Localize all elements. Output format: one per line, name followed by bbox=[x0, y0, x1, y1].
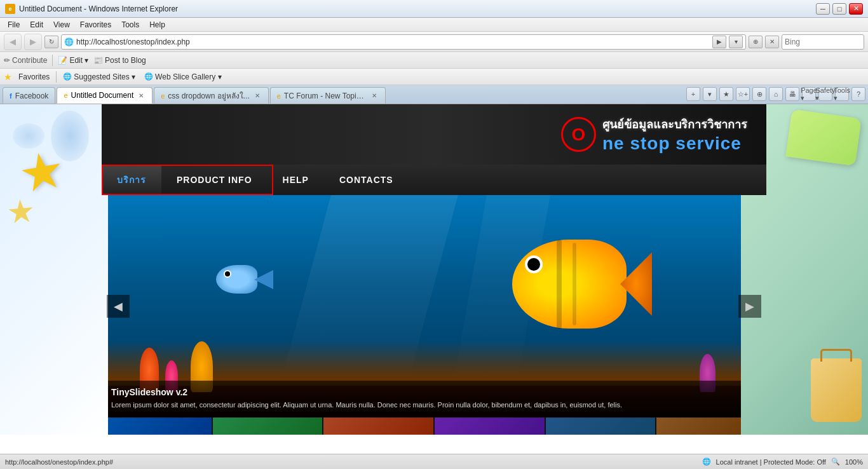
favorites-center-button[interactable]: ★ bbox=[719, 87, 733, 101]
left-decoration: ★ ★ bbox=[0, 104, 108, 435]
menu-file[interactable]: File bbox=[3, 19, 25, 31]
edit-dropdown-arrow: ▾ bbox=[85, 56, 88, 65]
site-slider: ◀ ▶ TinySlideshow v.2 Lorem ipsum dolor … bbox=[102, 195, 766, 418]
edit-label: Edit bbox=[69, 56, 83, 65]
zone-text: Local intranet | Protected Mode: Off bbox=[716, 458, 826, 466]
tools-button[interactable]: Tools ▾ bbox=[835, 87, 849, 101]
address-dropdown-button[interactable]: ▾ bbox=[729, 36, 743, 48]
tab-list-button[interactable]: ▾ bbox=[703, 87, 717, 101]
nav-help-label: HELP bbox=[283, 175, 309, 185]
favorites-bar: ★ Favorites 🌐 Suggested Sites ▾ 🌐 Web Sl… bbox=[0, 69, 868, 85]
contribute-icon: ✏ bbox=[4, 56, 10, 65]
favorites-label: Favorites bbox=[18, 72, 50, 81]
suggested-icon: 🌐 bbox=[63, 72, 72, 81]
menu-edit[interactable]: Edit bbox=[25, 19, 48, 31]
tab-css-dropdown[interactable]: e css dropdown อยู่หลังใ... ✕ bbox=[154, 87, 269, 104]
address-favicon: 🌐 bbox=[64, 37, 74, 46]
zone-icon: 🌐 bbox=[702, 458, 711, 466]
stop-button[interactable]: ✕ bbox=[765, 36, 779, 48]
tab-untitled[interactable]: e Untitled Document ✕ bbox=[57, 87, 153, 104]
home-button[interactable]: ⌂ bbox=[769, 87, 783, 101]
slider-next-button[interactable]: ▶ bbox=[738, 295, 761, 318]
menu-bar: File Edit View Favorites Tools Help bbox=[0, 18, 868, 32]
ie-icon: e bbox=[5, 4, 15, 14]
minimize-button[interactable]: ─ bbox=[816, 3, 830, 15]
thumb-5[interactable] bbox=[546, 418, 656, 435]
favorites-star-icon: ★ bbox=[4, 72, 12, 82]
tab-untitled-close[interactable]: ✕ bbox=[137, 91, 146, 100]
zoom-icon: 🔍 bbox=[831, 458, 840, 466]
title-bar-left: e Untitled Document - Windows Internet E… bbox=[5, 4, 178, 14]
nav-item-contacts[interactable]: CONTACTS bbox=[324, 165, 409, 195]
post-to-blog-button[interactable]: 📰 Post to Blog bbox=[93, 56, 146, 65]
address-input[interactable]: http://localhost/onestop/index.php bbox=[76, 37, 710, 46]
search-bar: 🔍 ▾ bbox=[782, 34, 864, 50]
address-go-button[interactable]: ▶ bbox=[712, 36, 726, 48]
menu-help[interactable]: Help bbox=[144, 19, 170, 31]
accelerator-bar: ✏ Contribute 📝 Edit ▾ 📰 Post to Blog bbox=[0, 52, 868, 69]
thumb-1[interactable] bbox=[102, 418, 212, 435]
close-button[interactable]: ✕ bbox=[849, 3, 863, 15]
tab-css-close[interactable]: ✕ bbox=[253, 92, 262, 100]
tab-new-button[interactable]: + bbox=[686, 87, 700, 101]
next-arrow-icon: ▶ bbox=[745, 299, 754, 313]
help-button[interactable]: ? bbox=[851, 87, 865, 101]
favorites-button[interactable]: Favorites bbox=[16, 71, 52, 83]
slider-caption-text: Lorem ipsum dolor sit amet, consectetur … bbox=[111, 400, 757, 411]
edit-button[interactable]: 📝 Edit ▾ bbox=[58, 56, 88, 65]
post-blog-label: Post to Blog bbox=[105, 56, 146, 65]
tab-facebook[interactable]: f Facebook bbox=[3, 87, 55, 104]
fav-separator bbox=[56, 71, 57, 83]
window-title: Untitled Document - Windows Internet Exp… bbox=[19, 4, 178, 13]
page-button[interactable]: Page ▾ bbox=[802, 87, 816, 101]
suggested-sites-button[interactable]: 🌐 Suggested Sites ▾ bbox=[60, 71, 138, 83]
forward-button[interactable]: ▶ bbox=[24, 34, 42, 50]
nav-services-label: บริการ bbox=[117, 173, 146, 187]
logo-circle: O bbox=[561, 117, 596, 152]
print-button[interactable]: 🖶 bbox=[785, 87, 799, 101]
small-fish bbox=[216, 265, 273, 300]
back-button[interactable]: ◀ bbox=[4, 34, 22, 50]
compatibility-button[interactable]: ⊕ bbox=[749, 36, 763, 48]
nav-item-product-info[interactable]: PRODUCT INFO bbox=[161, 165, 268, 195]
small-fish-body bbox=[216, 265, 257, 294]
nav-item-services[interactable]: บริการ bbox=[102, 165, 161, 195]
facebook-favicon: f bbox=[10, 92, 12, 100]
thumb-3[interactable] bbox=[323, 418, 433, 435]
web-slice-icon: 🌐 bbox=[144, 72, 153, 81]
slider-title: TinySlideshow v.2 bbox=[111, 387, 757, 397]
website-frame: ★ ★ O ศูนย bbox=[0, 104, 868, 435]
logo-english: ne stop service bbox=[602, 133, 747, 154]
nav-item-help[interactable]: HELP bbox=[268, 165, 324, 195]
prev-arrow-icon: ◀ bbox=[114, 299, 123, 313]
maximize-button[interactable]: □ bbox=[832, 3, 846, 15]
contribute-button[interactable]: ✏ Contribute bbox=[4, 56, 47, 65]
tab-tc-close[interactable]: ✕ bbox=[370, 92, 379, 100]
menu-favorites[interactable]: Favorites bbox=[75, 19, 116, 31]
title-bar-controls: ─ □ ✕ bbox=[816, 3, 863, 15]
menu-view[interactable]: View bbox=[48, 19, 75, 31]
search-input[interactable] bbox=[785, 37, 868, 46]
slider-prev-button[interactable]: ◀ bbox=[107, 295, 130, 318]
bag-handle bbox=[820, 349, 852, 362]
address-bar[interactable]: 🌐 http://localhost/onestop/index.php ▶ ▾ bbox=[61, 34, 746, 50]
tab-tc-forum[interactable]: e TC Forum - New Topic :: s... ✕ bbox=[270, 87, 386, 104]
nav-product-label: PRODUCT INFO bbox=[177, 175, 252, 185]
speech-bubble bbox=[785, 109, 861, 167]
zoom-level: 100% bbox=[845, 458, 863, 466]
web-slice-label: Web Slice Gallery ▾ bbox=[155, 72, 221, 81]
thumb-2[interactable] bbox=[213, 418, 323, 435]
web-slice-button[interactable]: 🌐 Web Slice Gallery ▾ bbox=[142, 71, 224, 83]
thumb-4[interactable] bbox=[435, 418, 545, 435]
logo-letter: O bbox=[572, 125, 586, 145]
tab-bar-right: + ▾ ★ ☆+ ⊕ ⌂ 🖶 Page ▾ Safety ▾ Tools ▾ ? bbox=[387, 87, 865, 104]
rss-button[interactable]: ⊕ bbox=[752, 87, 766, 101]
refresh-button[interactable]: ↻ bbox=[44, 36, 58, 48]
css-favicon: e bbox=[161, 92, 165, 100]
menu-tools[interactable]: Tools bbox=[116, 19, 144, 31]
safety-button[interactable]: Safety ▾ bbox=[818, 87, 832, 101]
site-nav: บริการ PRODUCT INFO HELP CONTACTS bbox=[102, 165, 766, 195]
add-to-favorites-button[interactable]: ☆+ bbox=[736, 87, 750, 101]
shopping-bag bbox=[811, 358, 862, 422]
status-right: 🌐 Local intranet | Protected Mode: Off 🔍… bbox=[702, 458, 863, 466]
